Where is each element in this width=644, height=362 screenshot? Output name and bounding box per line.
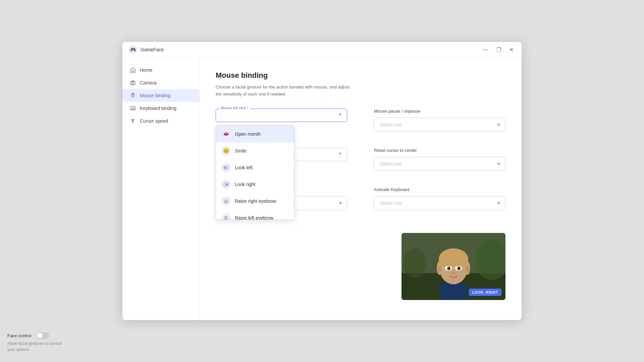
sidebar-label-home: Home [140,67,152,73]
svg-point-40 [457,267,461,270]
smile-icon: 😊 [221,146,231,156]
sidebar-item-camera[interactable]: Camera [122,76,199,89]
svg-rect-28 [440,283,467,300]
raise-right-eyebrow-icon [221,196,231,206]
sidebar-item-cursor-speed[interactable]: Cursor speed [122,115,199,127]
dropdown-item-label-open-mouth: Open month [235,131,261,137]
svg-point-42 [459,267,460,268]
activate-keyboard-select[interactable]: Select one [374,196,505,210]
sidebar-label-mouse-binding: Mouse binding [140,93,170,98]
svg-point-36 [466,266,470,272]
mouse-left-click-dropdown: 👄 Open month 😊 Smile [216,125,294,220]
svg-point-41 [449,267,450,268]
mouse-icon [130,93,136,99]
titlebar: 🎮 GameFace — ❐ ✕ [122,42,522,58]
dropdown-item-label-smile: Smile [235,148,247,154]
minimize-button[interactable]: — [481,46,490,54]
raise-left-eyebrow-icon [221,213,231,220]
close-button[interactable]: ✕ [507,46,516,54]
page-title: Mouse binding [216,71,505,80]
dropdown-item-look-left[interactable]: Look left [216,159,294,176]
camera-preview: LOOK_RIGHT [401,233,505,300]
cursor-speed-icon [130,118,136,124]
svg-point-15 [226,183,228,185]
dropdown-item-label-look-left: Look left [235,165,253,170]
mouse-pause-select[interactable]: Select one [374,118,505,132]
svg-point-1 [132,82,134,84]
mouse-pause-placeholder: Select one [380,122,402,127]
reset-cursor-placeholder: Select one [380,161,402,167]
app-title: GameFace [141,47,164,52]
bindings-grid: Mouse left click * ▼ 👄 Open month [216,109,505,210]
svg-rect-0 [130,81,135,85]
reset-cursor-select-wrapper: Select one ▼ [374,157,505,171]
sidebar-label-camera: Camera [140,80,157,85]
titlebar-left: 🎮 GameFace [128,45,164,54]
svg-point-39 [447,267,450,270]
binding-mouse-left-click: Mouse left click * ▼ 👄 Open month [216,109,347,132]
svg-point-16 [227,184,227,184]
app-logo: 🎮 [128,45,137,54]
dropdown-item-label-look-right: Look right [235,182,255,187]
reset-cursor-select[interactable]: Select one [374,157,505,171]
mouse-left-click-select[interactable]: ▼ [221,110,342,118]
svg-point-12 [225,167,226,168]
sidebar-item-home[interactable]: Home [122,64,199,76]
page-description: Choose a facial gesture for the action b… [216,84,357,98]
svg-point-27 [403,248,427,278]
activate-keyboard-placeholder: Select one [380,200,402,206]
app-window: 🎮 GameFace — ❐ ✕ Home [122,42,522,320]
open-mouth-icon: 👄 [221,129,231,139]
window-controls: — ❐ ✕ [481,46,516,54]
keyboard-icon [130,105,136,111]
sidebar-label-keyboard-binding: Keyboard binding [140,106,176,111]
dropdown-item-label-raise-left-eyebrow: Raise left eyebrow [235,215,273,220]
svg-rect-32 [439,259,468,269]
sidebar-label-cursor-speed: Cursor speed [140,118,168,124]
binding-label-left-click: Mouse left click * [219,106,250,110]
look-right-icon [221,180,231,189]
chevron-down-icon: ▼ [338,152,342,156]
svg-point-35 [437,266,441,272]
camera-badge: LOOK_RIGHT [469,289,501,296]
svg-point-13 [225,167,225,168]
svg-point-20 [226,218,227,219]
svg-point-18 [226,201,227,202]
mouse-pause-select-wrapper: Select one ▼ [374,118,505,132]
chevron-down-icon: ▼ [338,112,342,116]
binding-reset-cursor: Reset cursor to center Select one ▼ [374,148,505,171]
look-left-icon [221,163,231,172]
home-icon [130,67,136,73]
dropdown-item-label-raise-right-eyebrow: Raise right eyebrow [235,198,276,204]
dropdown-item-open-mouth[interactable]: 👄 Open month [216,126,294,142]
activate-keyboard-select-wrapper: Select one ▼ [374,196,505,210]
app-body: Home Camera [122,58,522,320]
dropdown-item-look-right[interactable]: Look right [216,176,294,193]
sidebar-item-mouse-binding[interactable]: Mouse binding [122,89,199,102]
dropdown-list: 👄 Open month 😊 Smile [216,126,294,220]
dropdown-item-raise-right-eyebrow[interactable]: Raise right eyebrow [216,193,294,209]
svg-rect-5 [130,107,135,110]
sidebar-item-keyboard-binding[interactable]: Keyboard binding [122,102,199,115]
binding-label-keyboard: Activate Keyboard [374,187,505,192]
binding-label-pause: Mouse pause / unpause [374,109,505,114]
maximize-button[interactable]: ❐ [494,46,503,54]
binding-mouse-pause: Mouse pause / unpause Select one ▼ [374,109,505,132]
camera-preview-inner: LOOK_RIGHT [401,233,505,300]
main-content: Mouse binding Choose a facial gesture fo… [200,58,522,320]
dropdown-item-smile[interactable]: 😊 Smile [216,142,294,159]
sidebar: Home Camera [122,58,200,320]
dropdown-item-raise-left-eyebrow[interactable]: Raise left eyebrow [216,209,294,220]
binding-activate-keyboard: Activate Keyboard Select one ▼ [374,187,505,210]
binding-label-reset: Reset cursor to center [374,148,505,153]
camera-icon [130,80,136,86]
